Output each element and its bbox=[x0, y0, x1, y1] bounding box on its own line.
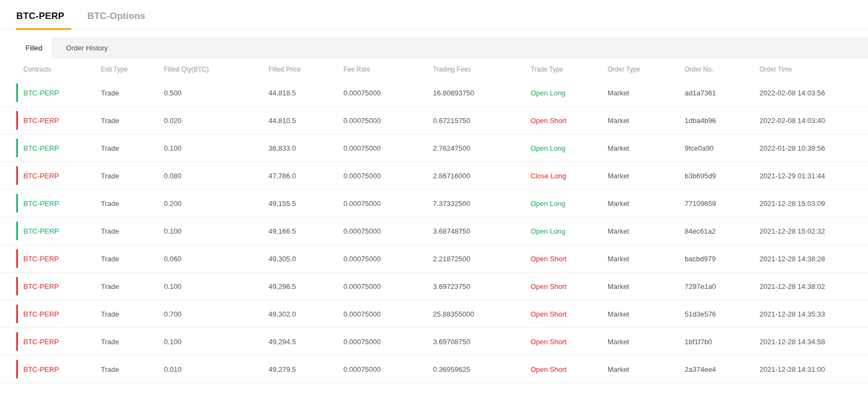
order-type-value: Market bbox=[608, 365, 685, 373]
trading-fees-value: 0.36959625 bbox=[433, 365, 531, 373]
trade-side-indicator-bar bbox=[16, 360, 18, 378]
filled-qty-value: 0.100 bbox=[164, 144, 269, 152]
exit-type-value: Trade bbox=[101, 144, 164, 152]
column-header-filled-price: Filled Price bbox=[269, 66, 343, 73]
filled-qty-value: 0.700 bbox=[164, 310, 269, 318]
column-header-contracts: Contracts bbox=[23, 66, 101, 73]
filled-price-value: 36,833.0 bbox=[269, 144, 343, 152]
order-no-value: ad1a7361 bbox=[685, 89, 760, 97]
order-time-value: 2021-12-28 15:02:32 bbox=[760, 227, 868, 235]
filled-price-value: 47,786.0 bbox=[269, 172, 343, 180]
table-row: BTC-PERP Trade 0.100 49,166.5 0.00075000… bbox=[0, 217, 868, 245]
order-no-value: bacbd979 bbox=[685, 255, 760, 263]
trade-side-indicator-bar bbox=[16, 194, 18, 212]
trading-fees-value: 2.76247500 bbox=[433, 144, 531, 152]
filled-qty-value: 0.100 bbox=[164, 282, 269, 291]
trade-type-value: Open Long bbox=[531, 89, 608, 97]
table-row: BTC-PERP Trade 0.200 49,155.5 0.00075000… bbox=[0, 190, 868, 217]
trade-type-value: Open Long bbox=[531, 144, 608, 152]
tab-btc-perp[interactable]: BTC-PERP bbox=[16, 8, 71, 30]
table-row: BTC-PERP Trade 0.500 44,818.5 0.00075000… bbox=[0, 79, 868, 107]
contract-name: BTC-PERP bbox=[23, 365, 101, 373]
order-no-value: 77109659 bbox=[685, 199, 760, 208]
table-row: BTC-PERP Trade 0.080 47,786.0 0.00075000… bbox=[0, 162, 868, 190]
column-header-order-type: Order Type bbox=[608, 66, 685, 73]
filled-qty-value: 0.060 bbox=[164, 255, 269, 263]
column-header-fee-rate: Fee Rate bbox=[343, 66, 433, 73]
filled-price-value: 49,155.5 bbox=[269, 199, 343, 208]
trade-type-value: Open Short bbox=[531, 255, 608, 263]
order-time-value: 2021-12-28 14:34:58 bbox=[760, 338, 868, 346]
trading-fees-value: 2.86716000 bbox=[433, 172, 531, 180]
exit-type-value: Trade bbox=[101, 310, 164, 318]
column-header-exit-type: Exit Type bbox=[101, 66, 164, 73]
order-time-value: 2022-01-28 10:39:56 bbox=[760, 144, 868, 152]
column-header-filled-qty: Filled Qty(BTC) bbox=[164, 66, 269, 73]
contract-name: BTC-PERP bbox=[23, 117, 101, 125]
fee-rate-value: 0.00075000 bbox=[343, 117, 433, 125]
filled-qty-value: 0.100 bbox=[164, 227, 269, 235]
fee-rate-value: 0.00075000 bbox=[343, 89, 433, 97]
trading-fees-value: 0.67215750 bbox=[433, 117, 531, 125]
trade-side-indicator-bar bbox=[16, 166, 18, 185]
filled-qty-value: 0.100 bbox=[164, 338, 269, 346]
order-time-value: 2021-12-28 15:03:09 bbox=[760, 199, 868, 208]
filled-price-value: 49,302.0 bbox=[269, 310, 343, 318]
filled-price-value: 49,166.5 bbox=[269, 227, 343, 235]
subtab-order-history[interactable]: Order History bbox=[54, 37, 120, 59]
trading-fees-value: 25.88355000 bbox=[433, 310, 531, 318]
fee-rate-value: 0.00075000 bbox=[343, 282, 433, 291]
column-header-order-time: Order Time bbox=[760, 66, 868, 73]
exit-type-value: Trade bbox=[101, 89, 164, 97]
contract-name: BTC-PERP bbox=[23, 282, 101, 291]
table-row: BTC-PERP Trade 0.100 49,296.5 0.00075000… bbox=[0, 273, 868, 300]
table-row: BTC-PERP Trade 0.100 36,833.0 0.00075000… bbox=[0, 134, 868, 162]
trade-side-indicator-bar bbox=[16, 332, 18, 351]
filled-price-value: 49,294.5 bbox=[269, 338, 343, 346]
order-no-value: 51d3e576 bbox=[685, 310, 760, 318]
order-type-value: Market bbox=[608, 89, 685, 97]
order-view-tab-bar: Filled Order History bbox=[16, 37, 868, 59]
order-type-value: Market bbox=[608, 282, 685, 291]
trade-side-indicator-bar bbox=[16, 83, 18, 102]
table-row: BTC-PERP Trade 0.010 49,279.5 0.00075000… bbox=[0, 356, 868, 383]
order-time-value: 2021-12-28 14:38:28 bbox=[760, 255, 868, 263]
fee-rate-value: 0.00075000 bbox=[343, 365, 433, 373]
tab-btc-options[interactable]: BTC-Options bbox=[87, 8, 149, 30]
order-time-value: 2021-12-29 01:31:44 bbox=[760, 172, 868, 180]
trade-side-indicator-bar bbox=[16, 249, 18, 268]
filled-qty-value: 0.500 bbox=[164, 89, 269, 97]
filled-qty-value: 0.200 bbox=[164, 199, 269, 208]
fee-rate-value: 0.00075000 bbox=[343, 227, 433, 235]
fee-rate-value: 0.00075000 bbox=[343, 199, 433, 208]
trading-fees-value: 2.21872500 bbox=[433, 255, 531, 263]
order-time-value: 2021-12-28 14:31:00 bbox=[760, 365, 868, 373]
exit-type-value: Trade bbox=[101, 172, 164, 180]
exit-type-value: Trade bbox=[101, 227, 164, 235]
contract-name: BTC-PERP bbox=[23, 255, 101, 263]
table-row: BTC-PERP Trade 0.020 44,810.5 0.00075000… bbox=[0, 107, 868, 134]
filled-qty-value: 0.080 bbox=[164, 172, 269, 180]
order-no-value: 9fce0a90 bbox=[685, 144, 760, 152]
order-no-value: 1bf1f7b0 bbox=[685, 338, 760, 346]
order-no-value: b3b695d9 bbox=[685, 172, 760, 180]
order-time-value: 2022-02-08 14:03:40 bbox=[760, 117, 868, 125]
table-row: BTC-PERP Trade 0.100 49,294.5 0.00075000… bbox=[0, 328, 868, 356]
order-type-value: Market bbox=[608, 255, 685, 263]
fee-rate-value: 0.00075000 bbox=[343, 144, 433, 152]
trading-fees-value: 3.69723750 bbox=[433, 282, 531, 291]
trade-side-indicator-bar bbox=[16, 305, 18, 323]
order-time-value: 2021-12-28 14:35:33 bbox=[760, 310, 868, 318]
trade-side-indicator-bar bbox=[16, 277, 18, 295]
trading-fees-value: 3.68748750 bbox=[433, 227, 531, 235]
order-no-value: 1dba4b96 bbox=[685, 117, 760, 125]
contract-name: BTC-PERP bbox=[23, 310, 101, 318]
trade-type-value: Open Long bbox=[531, 199, 608, 208]
trade-side-indicator-bar bbox=[16, 111, 18, 130]
trading-fees-value: 3.69708750 bbox=[433, 338, 531, 346]
trade-type-value: Open Short bbox=[531, 282, 608, 291]
trading-fees-value: 16.80693750 bbox=[433, 89, 531, 97]
order-type-value: Market bbox=[608, 117, 685, 125]
column-header-trade-type: Trade Type bbox=[531, 66, 608, 73]
subtab-filled[interactable]: Filled bbox=[16, 37, 52, 59]
